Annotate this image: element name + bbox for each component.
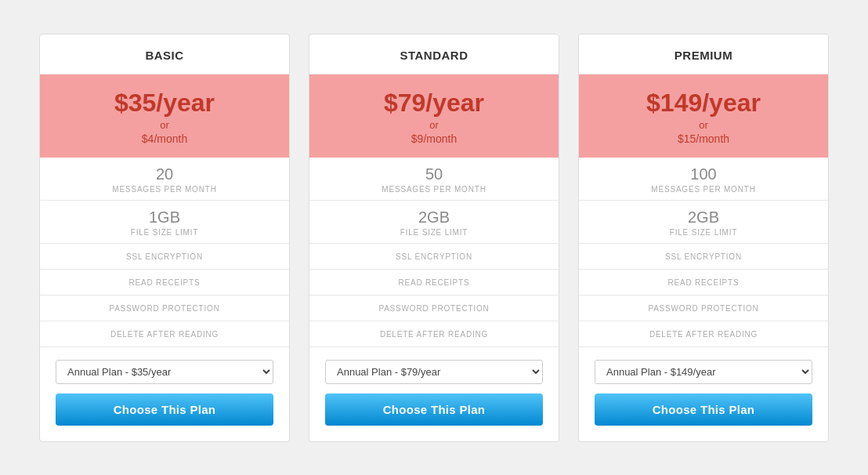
plan-price-basic: $35/year (40, 89, 289, 118)
messages-label-standard: MESSAGES PER MONTH (309, 185, 559, 194)
plan-price-monthly-premium: $15/month (579, 132, 828, 145)
filesize-feature-basic: 1GB FILE SIZE LIMIT (40, 201, 289, 244)
filesize-label-premium: FILE SIZE LIMIT (579, 228, 828, 237)
plans-container: BASIC $35/year or $4/month 20 MESSAGES P… (16, 10, 852, 466)
filesize-feature-premium: 2GB FILE SIZE LIMIT (579, 201, 828, 244)
plan-header-standard: STANDARD (309, 34, 559, 74)
filesize-value-basic: 1GB (40, 208, 289, 227)
messages-feature-basic: 20 MESSAGES PER MONTH (40, 158, 289, 201)
password-feature-premium: PASSWORD PROTECTION (579, 296, 828, 321)
plan-footer-basic: Annual Plan - $35/yearMonthly Plan - $4/… (40, 347, 289, 441)
filesize-value-standard: 2GB (309, 208, 559, 227)
read-receipts-feature-standard: READ RECEIPTS (309, 270, 559, 296)
plan-title-standard: STANDARD (400, 49, 468, 62)
choose-button-standard[interactable]: Choose This Plan (325, 393, 543, 426)
password-feature-standard: PASSWORD PROTECTION (309, 296, 559, 321)
plan-title-basic: BASIC (145, 49, 183, 62)
messages-feature-premium: 100 MESSAGES PER MONTH (579, 158, 828, 201)
read-receipts-feature-basic: READ RECEIPTS (40, 270, 289, 296)
plan-card-premium: PREMIUM $149/year or $15/month 100 MESSA… (578, 34, 829, 442)
plan-price-or-standard: or (309, 119, 559, 131)
plan-price-or-basic: or (40, 119, 289, 131)
filesize-feature-standard: 2GB FILE SIZE LIMIT (309, 201, 559, 244)
plan-price-monthly-basic: $4/month (40, 132, 289, 145)
plan-price-block-premium: $149/year or $15/month (579, 74, 828, 158)
plan-price-or-premium: or (579, 119, 828, 131)
ssl-feature-standard: SSL ENCRYPTION (309, 244, 559, 270)
plan-features-basic: 20 MESSAGES PER MONTH 1GB FILE SIZE LIMI… (40, 158, 289, 347)
plan-features-standard: 50 MESSAGES PER MONTH 2GB FILE SIZE LIMI… (309, 158, 559, 347)
plan-select-premium[interactable]: Annual Plan - $149/yearMonthly Plan - $1… (595, 360, 812, 384)
messages-value-basic: 20 (40, 165, 289, 183)
delete-feature-premium: DELETE AFTER READING (579, 321, 828, 347)
plan-price-premium: $149/year (579, 89, 828, 118)
plan-title-premium: PREMIUM (675, 49, 732, 62)
plan-header-basic: BASIC (40, 34, 289, 74)
plan-footer-standard: Annual Plan - $79/yearMonthly Plan - $9/… (309, 347, 559, 441)
choose-button-basic[interactable]: Choose This Plan (56, 393, 273, 426)
plan-select-standard[interactable]: Annual Plan - $79/yearMonthly Plan - $9/… (325, 360, 543, 384)
read-receipts-feature-premium: READ RECEIPTS (579, 270, 828, 296)
plan-header-premium: PREMIUM (579, 34, 828, 74)
plan-price-block-basic: $35/year or $4/month (40, 74, 289, 158)
delete-feature-standard: DELETE AFTER READING (309, 321, 559, 347)
delete-feature-basic: DELETE AFTER READING (40, 321, 289, 347)
plan-card-basic: BASIC $35/year or $4/month 20 MESSAGES P… (39, 34, 290, 442)
plan-price-block-standard: $79/year or $9/month (309, 74, 559, 158)
ssl-feature-basic: SSL ENCRYPTION (40, 244, 289, 270)
password-feature-basic: PASSWORD PROTECTION (40, 296, 289, 321)
plan-features-premium: 100 MESSAGES PER MONTH 2GB FILE SIZE LIM… (579, 158, 828, 347)
messages-label-premium: MESSAGES PER MONTH (579, 185, 828, 194)
messages-value-standard: 50 (309, 165, 559, 183)
messages-label-basic: MESSAGES PER MONTH (40, 185, 289, 194)
messages-value-premium: 100 (579, 165, 828, 183)
ssl-feature-premium: SSL ENCRYPTION (579, 244, 828, 270)
plan-price-monthly-standard: $9/month (309, 132, 559, 145)
plan-card-standard: STANDARD $79/year or $9/month 50 MESSAGE… (309, 34, 559, 442)
filesize-value-premium: 2GB (579, 208, 828, 227)
plan-select-basic[interactable]: Annual Plan - $35/yearMonthly Plan - $4/… (56, 360, 273, 384)
filesize-label-standard: FILE SIZE LIMIT (309, 228, 559, 237)
plan-footer-premium: Annual Plan - $149/yearMonthly Plan - $1… (579, 347, 828, 441)
filesize-label-basic: FILE SIZE LIMIT (40, 228, 289, 237)
choose-button-premium[interactable]: Choose This Plan (595, 393, 812, 426)
messages-feature-standard: 50 MESSAGES PER MONTH (309, 158, 559, 201)
plan-price-standard: $79/year (309, 89, 559, 118)
